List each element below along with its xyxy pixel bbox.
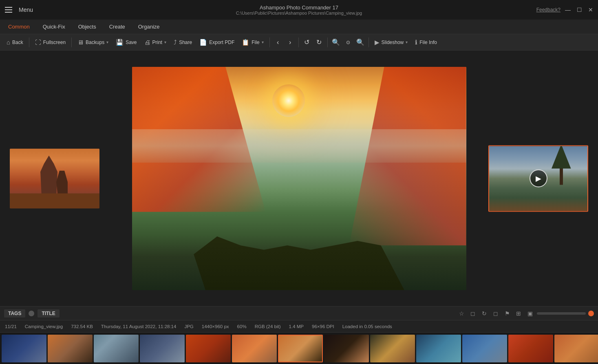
- main-photo: [132, 67, 466, 290]
- title-bar-right: Feedback? — ☐ ✕: [536, 6, 595, 14]
- app-title: Ashampoo Photo Commander 17: [236, 4, 362, 11]
- filmstrip-thumb-10[interactable]: [416, 335, 461, 362]
- filmstrip-thumb-2[interactable]: [48, 335, 93, 362]
- status-bar: 11/21 Camping_view.jpg 732.54 KB Thursda…: [0, 320, 598, 332]
- flag-icon[interactable]: ⚑: [503, 309, 512, 318]
- title-bar: Menu Ashampoo Photo Commander 17 C:\User…: [0, 0, 598, 20]
- color-icon[interactable]: ◻: [491, 309, 500, 318]
- prev-image-thumbnail[interactable]: [10, 148, 99, 208]
- title-bar-left: Menu: [3, 5, 33, 14]
- menu-item-organize[interactable]: Organize: [132, 22, 165, 31]
- file-button[interactable]: 📋 File ▾: [238, 37, 267, 48]
- tags-indicator[interactable]: [29, 311, 34, 316]
- file-format: JPG: [184, 324, 193, 329]
- zoom-fit-button[interactable]: ⊙: [342, 37, 354, 48]
- megapixels: 1.4 MP: [289, 324, 304, 329]
- camping-photo: [132, 67, 466, 290]
- minimize-button[interactable]: —: [564, 6, 572, 14]
- monitor-icon[interactable]: ▣: [525, 309, 534, 318]
- load-time: Loaded in 0.05 seconds: [342, 324, 392, 329]
- filmstrip-thumb-7[interactable]: [278, 335, 323, 362]
- filesize: 732.54 KB: [71, 324, 93, 329]
- backups-button[interactable]: 🖥 Backups ▾: [74, 37, 112, 47]
- separator-4: [298, 38, 299, 47]
- app-path: C:\Users\Public\Pictures\Ashampoo Pictur…: [236, 11, 362, 15]
- menu-item-quick-fix[interactable]: Quick-Fix: [37, 22, 71, 31]
- filmstrip-thumb-8[interactable]: [324, 335, 369, 362]
- file-info-button[interactable]: ℹ File Info: [412, 37, 440, 48]
- dimensions: 1440×960 px: [202, 324, 229, 329]
- filmstrip-thumb-11[interactable]: [462, 335, 507, 362]
- filmstrip-thumb-13[interactable]: [554, 335, 598, 362]
- menu-label[interactable]: Menu: [19, 7, 33, 13]
- toolbar: ⌂ Back ⛶ Fullscreen 🖥 Backups ▾ 💾 Save 🖨…: [0, 34, 598, 51]
- file-dropdown-arrow: ▾: [262, 40, 264, 44]
- menu-bar: Common Quick-Fix Objects Create Organize: [0, 20, 598, 34]
- color-space: RGB (24 bit): [255, 324, 281, 329]
- grid-icon[interactable]: ⊞: [514, 309, 523, 318]
- separator-2: [71, 38, 72, 47]
- slideshow-play-overlay[interactable]: ▶: [530, 170, 547, 188]
- prev-image-button[interactable]: ‹: [272, 37, 284, 48]
- zoom-level: 60%: [237, 324, 247, 329]
- title-bar-center: Ashampoo Photo Commander 17 C:\Users\Pub…: [236, 4, 362, 15]
- file-info-icon: ℹ: [415, 39, 417, 46]
- rotate-icon[interactable]: ↻: [480, 309, 489, 318]
- back-button[interactable]: ⌂ Back: [3, 37, 26, 47]
- tags-bar-right: ☆ ◻ ↻ ◻ ⚑ ⊞ ▣: [457, 309, 594, 318]
- fullscreen-button[interactable]: ⛶ Fullscreen: [32, 37, 69, 47]
- fullscreen-icon: ⛶: [35, 39, 41, 46]
- save-icon: 💾: [116, 39, 124, 46]
- print-button[interactable]: 🖨 Print ▾: [141, 37, 170, 47]
- zoom-out-button[interactable]: 🔍: [330, 37, 342, 48]
- menu-item-objects[interactable]: Objects: [73, 22, 102, 31]
- filmstrip-thumb-12[interactable]: [508, 335, 553, 362]
- slideshow-button[interactable]: ▶ Slideshow ▾: [371, 37, 411, 48]
- close-button[interactable]: ✕: [587, 6, 595, 14]
- export-pdf-button[interactable]: 📄 Export PDF: [196, 37, 238, 48]
- tags-button[interactable]: TAGS: [4, 309, 25, 318]
- slideshow-icon: ▶: [375, 39, 380, 46]
- color-label-dot[interactable]: [588, 311, 594, 316]
- face-icon[interactable]: ◻: [468, 309, 477, 318]
- filmstrip-thumb-1[interactable]: [2, 335, 46, 362]
- back-icon: ⌂: [7, 39, 10, 46]
- filmstrip-thumb-4[interactable]: [140, 335, 185, 362]
- hamburger-menu-icon[interactable]: [3, 5, 14, 14]
- menu-item-create[interactable]: Create: [104, 22, 131, 31]
- file-icon: 📋: [242, 39, 249, 46]
- export-pdf-icon: 📄: [199, 39, 207, 46]
- share-icon: ⤴: [174, 39, 177, 46]
- filmstrip: [0, 332, 598, 364]
- menu-item-common[interactable]: Common: [2, 22, 35, 31]
- backups-icon: 🖥: [77, 39, 84, 46]
- rating-bar[interactable]: [537, 312, 586, 315]
- save-button[interactable]: 💾 Save: [113, 37, 140, 48]
- maximize-button[interactable]: ☐: [575, 6, 583, 14]
- share-button[interactable]: ⤴ Share: [170, 37, 195, 47]
- print-dropdown-arrow: ▾: [164, 40, 166, 44]
- feedback-button[interactable]: Feedback?: [536, 7, 560, 13]
- filmstrip-thumb-5[interactable]: [186, 335, 231, 362]
- mist-layer: [132, 129, 466, 163]
- print-icon: 🖨: [144, 39, 150, 46]
- rotate-right-button[interactable]: ↻: [313, 37, 325, 48]
- image-position: 11/21: [5, 324, 17, 329]
- rotate-left-button[interactable]: ↺: [301, 37, 313, 48]
- star-icon[interactable]: ☆: [457, 309, 466, 318]
- desert-ground: [10, 193, 99, 208]
- slideshow-dropdown-arrow: ▾: [406, 40, 408, 44]
- title-button[interactable]: TITLE: [38, 309, 59, 318]
- separator-5: [327, 38, 328, 47]
- desert-photo: [10, 148, 99, 208]
- filmstrip-thumb-3[interactable]: [94, 335, 139, 362]
- filmstrip-thumb-6[interactable]: [232, 335, 277, 362]
- separator-1: [29, 38, 29, 47]
- zoom-in-button[interactable]: 🔍: [355, 37, 366, 48]
- sun-glow: [272, 84, 305, 117]
- viewer-area: ▶: [0, 51, 598, 306]
- filename: Camping_view.jpg: [25, 324, 63, 329]
- filmstrip-thumb-9[interactable]: [370, 335, 415, 362]
- next-image-button[interactable]: ›: [285, 37, 296, 48]
- next-image-thumbnail[interactable]: ▶: [488, 145, 588, 212]
